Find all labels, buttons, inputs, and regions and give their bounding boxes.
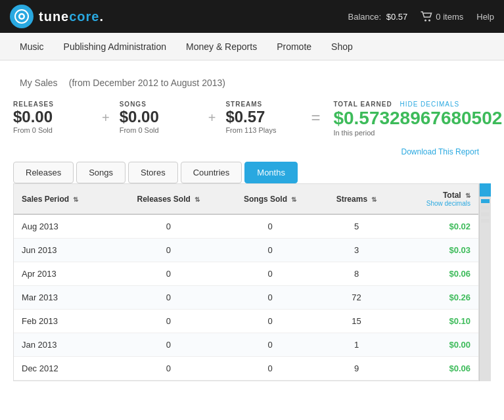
logo-text: tunecore. (39, 9, 104, 24)
cell-songs: 0 (223, 262, 317, 286)
table-row: Feb 2013 0 0 15 $0.10 (14, 310, 478, 333)
total-stat: TOTAL EARNED Hide decimals $0.5732896768… (333, 101, 491, 137)
table-row: Dec 2012 0 0 9 $0.06 (14, 357, 478, 381)
nav-item-shop[interactable]: Shop (321, 33, 363, 60)
svg-point-2 (20, 15, 24, 18)
cell-period: Jan 2013 (14, 333, 114, 357)
cell-period: Apr 2013 (14, 262, 114, 286)
sidebar-indicator-s (481, 199, 490, 203)
help-link[interactable]: Help (476, 12, 494, 22)
col-sales-period[interactable]: Sales Period ⇅ (14, 184, 114, 214)
download-report-link[interactable]: Download This Report (401, 147, 479, 156)
cart-area[interactable]: 0 items (421, 11, 463, 22)
cell-songs: 0 (223, 333, 317, 357)
nav-item-promote[interactable]: Promote (267, 33, 321, 60)
cell-streams: 9 (317, 357, 395, 381)
cell-songs: 0 (223, 357, 317, 381)
tab-countries[interactable]: Countries (181, 162, 242, 183)
songs-stat: SONGS $0.00 From 0 Sold (120, 101, 198, 134)
cell-total: $0.26 (396, 286, 478, 310)
table-header-row: Sales Period ⇅ Releases Sold ⇅ Songs Sol… (14, 184, 478, 214)
cell-songs: 0 (223, 239, 317, 262)
sort-icon-releases: ⇅ (195, 196, 200, 203)
svg-point-4 (428, 20, 430, 22)
sidebar-indicator-d (481, 212, 490, 216)
sort-icon-period: ⇅ (73, 196, 78, 203)
cart-count[interactable]: 0 items (436, 12, 463, 22)
cart-icon (421, 11, 432, 22)
col-songs-sold[interactable]: Songs Sold ⇅ (223, 184, 317, 214)
plus-sep-1: + (102, 110, 110, 126)
cell-total: $0.02 (396, 214, 478, 239)
equals-sep: = (311, 108, 320, 127)
cell-releases: 0 (114, 333, 223, 357)
cell-streams: 72 (317, 286, 395, 310)
header-right: Balance: $0.57 0 items Help (348, 11, 494, 22)
nav-item-music[interactable]: Music (10, 33, 54, 60)
main-nav: Music Publishing Administration Money & … (0, 33, 504, 60)
cell-period: Mar 2013 (14, 286, 114, 310)
cell-period: Aug 2013 (14, 214, 114, 239)
nav-item-publishing[interactable]: Publishing Administration (54, 33, 176, 60)
download-row: Download This Report (13, 147, 479, 156)
cell-total: $0.10 (396, 310, 478, 333)
tab-releases[interactable]: Releases (13, 162, 74, 183)
plus-sep-2: + (208, 110, 216, 126)
table-row: Apr 2013 0 0 8 $0.06 (14, 262, 478, 286)
table-row: Jan 2013 0 0 1 $0.00 (14, 333, 478, 357)
right-sidebar (479, 183, 491, 381)
cell-releases: 0 (114, 286, 223, 310)
sidebar-indicator-c (481, 206, 490, 210)
sort-icon-total: ⇅ (465, 192, 470, 199)
nav-item-money[interactable]: Money & Reports (176, 33, 267, 60)
col-total[interactable]: Total ⇅ Show decimals (396, 184, 478, 214)
cell-streams: 15 (317, 310, 395, 333)
tab-stores[interactable]: Stores (128, 162, 178, 183)
hide-decimals-link[interactable]: Hide decimals (400, 101, 459, 108)
cell-streams: 3 (317, 239, 395, 262)
cell-period: Dec 2012 (14, 357, 114, 381)
col-releases-sold[interactable]: Releases Sold ⇅ (114, 184, 223, 214)
cell-releases: 0 (114, 310, 223, 333)
cell-releases: 0 (114, 214, 223, 239)
table-row: Aug 2013 0 0 5 $0.02 (14, 214, 478, 239)
sales-table-container: Sales Period ⇅ Releases Sold ⇅ Songs Sol… (13, 183, 479, 381)
streams-stat: STREAMS $0.57 From 113 Plays (225, 101, 304, 134)
table-body: Aug 2013 0 0 5 $0.02 Jun 2013 0 0 3 $0.0… (14, 214, 478, 381)
table-row: Mar 2013 0 0 72 $0.26 (14, 286, 478, 310)
tabs-container: Releases Songs Stores Countries Months (13, 162, 479, 183)
cell-releases: 0 (114, 239, 223, 262)
page-title: My Sales (from December 2012 to August 2… (13, 70, 491, 91)
cell-period: Jun 2013 (14, 239, 114, 262)
logo-icon (10, 5, 34, 28)
main-content: My Sales (from December 2012 to August 2… (0, 60, 504, 391)
cell-songs: 0 (223, 214, 317, 239)
cell-period: Feb 2013 (14, 310, 114, 333)
svg-point-3 (424, 20, 426, 22)
cell-releases: 0 (114, 262, 223, 286)
sort-icon-songs: ⇅ (291, 196, 296, 203)
sidebar-indicator-r (481, 219, 490, 223)
logo-area: tunecore. (10, 5, 104, 28)
cell-streams: 1 (317, 333, 395, 357)
tab-songs[interactable]: Songs (76, 162, 126, 183)
cell-releases: 0 (114, 357, 223, 381)
cell-total: $0.06 (396, 357, 478, 381)
col-streams[interactable]: Streams ⇅ (317, 184, 395, 214)
stats-row: RELEASES $0.00 From 0 Sold + SONGS $0.00… (13, 101, 491, 137)
sort-icon-streams: ⇅ (371, 196, 377, 203)
tab-months[interactable]: Months (244, 162, 298, 183)
releases-stat: RELEASES $0.00 From 0 Sold (13, 101, 92, 134)
balance-display: Balance: $0.57 (348, 12, 408, 22)
cell-streams: 5 (317, 214, 395, 239)
cell-total: $0.03 (396, 239, 478, 262)
cell-total: $0.00 (396, 333, 478, 357)
header: tunecore. Balance: $0.57 0 items Help (0, 0, 504, 33)
sidebar-indicator-da (480, 183, 491, 197)
cell-songs: 0 (223, 310, 317, 333)
cell-songs: 0 (223, 286, 317, 310)
cell-total: $0.06 (396, 262, 478, 286)
table-row: Jun 2013 0 0 3 $0.03 (14, 239, 478, 262)
cell-streams: 8 (317, 262, 395, 286)
sales-table: Sales Period ⇅ Releases Sold ⇅ Songs Sol… (14, 184, 478, 381)
